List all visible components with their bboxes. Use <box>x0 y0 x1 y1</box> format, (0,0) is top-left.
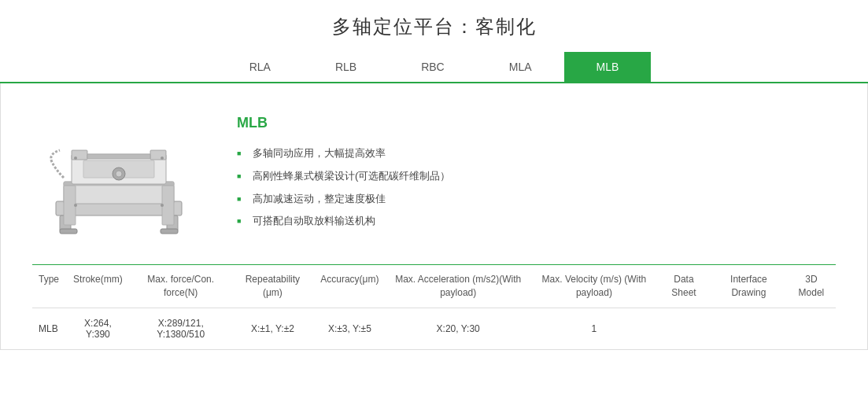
tab-mla[interactable]: MLA <box>477 52 564 82</box>
tab-rlb[interactable]: RLB <box>303 52 389 82</box>
cell-velocity: 1 <box>531 308 657 349</box>
product-name: MLB <box>237 115 836 131</box>
svg-point-18 <box>74 204 77 207</box>
col-header-force: Max. force/Con. force(N) <box>131 265 231 308</box>
cell-3d-model[interactable] <box>787 308 836 349</box>
cell-force: X:289/121, Y:1380/510 <box>131 308 231 349</box>
cell-type: MLB <box>32 308 65 349</box>
cell-datasheet[interactable] <box>657 308 711 349</box>
table-row: MLB X:264, Y:390 X:289/121, Y:1380/510 X… <box>32 308 836 349</box>
specs-table: Type Stroke(mm) Max. force/Con. force(N)… <box>32 265 836 349</box>
col-header-datasheet: Data Sheet <box>657 265 711 308</box>
svg-rect-9 <box>64 186 76 225</box>
col-header-stroke: Stroke(mm) <box>65 265 131 308</box>
tab-rla[interactable]: RLA <box>217 52 303 82</box>
svg-rect-11 <box>72 150 87 160</box>
col-header-interface: Interface Drawing <box>711 265 787 308</box>
svg-point-19 <box>161 204 164 207</box>
tab-mlb[interactable]: MLB <box>564 52 652 82</box>
content-panel: MLB 多轴同动应用，大幅提高效率 高刚性蜂巢式横梁设计(可选配碳纤维制品） 高… <box>0 83 868 350</box>
feature-item-2: 高刚性蜂巢式横梁设计(可选配碳纤维制品） <box>237 165 836 188</box>
feature-item-3: 高加减速运动，整定速度极佳 <box>237 188 836 211</box>
col-header-velocity: Max. Velocity (m/s) (With payload) <box>531 265 657 308</box>
tab-bar: RLA RLB RBC MLA MLB <box>0 52 868 83</box>
product-info: MLB 多轴同动应用，大幅提高效率 高刚性蜂巢式横梁设计(可选配碳纤维制品） 高… <box>237 107 836 241</box>
col-header-type: Type <box>32 265 65 308</box>
cell-repeatability: X:±1, Y:±2 <box>231 308 315 349</box>
feature-item-4: 可搭配自动取放料输送机构 <box>237 210 836 233</box>
svg-rect-10 <box>162 186 174 225</box>
feature-item-1: 多轴同动应用，大幅提高效率 <box>237 142 836 165</box>
table-section: Type Stroke(mm) Max. force/Con. force(N)… <box>32 265 836 349</box>
product-image-container <box>32 107 205 241</box>
svg-point-15 <box>116 171 122 177</box>
col-header-acceleration: Max. Acceleration (m/s2)(With payload) <box>386 265 531 308</box>
col-header-3d: 3D Model <box>787 265 836 308</box>
cell-accuracy: X:±3, Y:±5 <box>314 308 385 349</box>
tab-rbc[interactable]: RBC <box>389 52 477 82</box>
svg-point-16 <box>74 157 77 160</box>
svg-point-17 <box>161 157 164 160</box>
cell-acceleration: X:20, Y:30 <box>386 308 531 349</box>
svg-rect-3 <box>60 229 77 234</box>
col-header-accuracy: Accuracy(μm) <box>314 265 385 308</box>
svg-rect-13 <box>87 154 150 159</box>
cell-interface-drawing[interactable] <box>711 308 787 349</box>
page-title: 多轴定位平台：客制化 <box>0 0 868 52</box>
svg-rect-12 <box>150 150 166 160</box>
svg-rect-4 <box>161 229 178 234</box>
product-image <box>40 107 198 241</box>
cell-stroke: X:264, Y:390 <box>65 308 131 349</box>
product-section: MLB 多轴同动应用，大幅提高效率 高刚性蜂巢式横梁设计(可选配碳纤维制品） 高… <box>32 107 836 264</box>
col-header-repeatability: Repeatability (μm) <box>231 265 315 308</box>
feature-list: 多轴同动应用，大幅提高效率 高刚性蜂巢式横梁设计(可选配碳纤维制品） 高加减速运… <box>237 142 836 233</box>
